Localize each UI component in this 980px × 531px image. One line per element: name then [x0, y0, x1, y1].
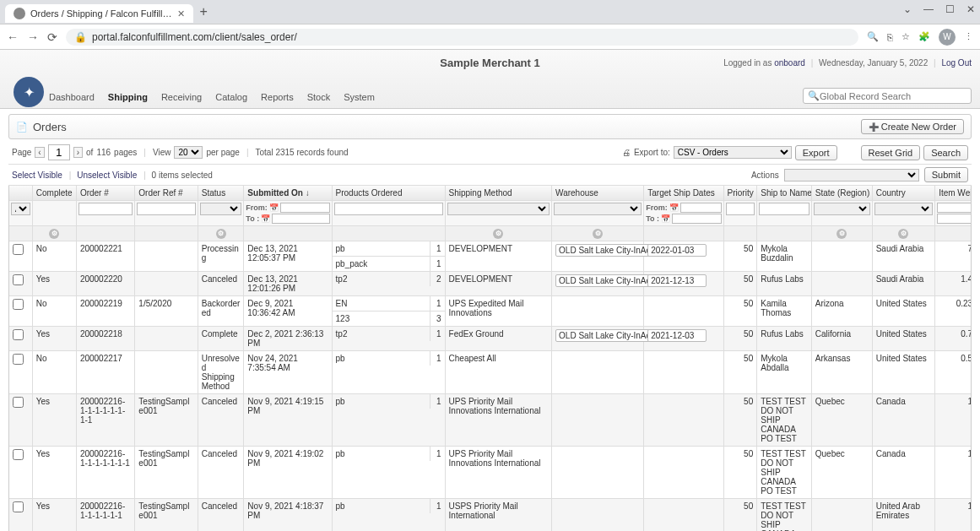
row-checkbox[interactable] — [13, 329, 24, 340]
table-row[interactable]: Yes200002216-1-1-1-1-1-1TestingSample001… — [9, 499, 972, 532]
menu-icon[interactable]: ⋮ — [964, 31, 973, 42]
table-row[interactable]: Yes200002220CanceledDec 13, 2021 12:01:2… — [9, 272, 972, 296]
col-target-ship[interactable]: Target Ship Dates — [644, 186, 723, 201]
filter-warehouse[interactable] — [554, 203, 642, 215]
search-button[interactable]: Search — [923, 145, 968, 160]
filter-order-ref[interactable] — [137, 203, 195, 215]
filter-submitted-to[interactable] — [272, 214, 329, 224]
reload-icon[interactable]: ⟳ — [47, 30, 57, 44]
global-search-input[interactable] — [820, 91, 966, 101]
row-checkbox[interactable] — [13, 501, 24, 512]
row-checkbox[interactable] — [13, 354, 24, 365]
chevron-down-icon[interactable]: ⌄ — [903, 3, 912, 15]
target-date-input[interactable]: 2021-12-13 — [647, 274, 707, 287]
merchant-title: Sample Merchant 1 — [0, 57, 980, 69]
gear-icon[interactable]: ⚙ — [837, 229, 847, 239]
minimize-icon[interactable]: — — [923, 3, 934, 15]
page-size-select[interactable]: 20 — [174, 146, 203, 159]
row-checkbox[interactable] — [13, 397, 24, 408]
col-priority[interactable]: Priority — [723, 186, 757, 201]
export-format-select[interactable]: CSV - Orders — [674, 146, 792, 159]
filter-products[interactable] — [334, 203, 443, 215]
table-row[interactable]: Yes200002216-1-1-1-1-1-1-1-1TestingSampl… — [9, 394, 972, 447]
gear-icon[interactable]: ⚙ — [593, 229, 603, 239]
brand-logo-icon[interactable]: ✦ — [14, 77, 44, 107]
col-checkbox[interactable] — [9, 186, 32, 201]
gear-icon[interactable]: ⚙ — [898, 229, 908, 239]
nav-shipping[interactable]: Shipping — [108, 90, 148, 104]
col-shipping[interactable]: Shipping Method — [445, 186, 552, 201]
unselect-visible-link[interactable]: Unselect Visible — [77, 171, 137, 180]
col-order-num[interactable]: Order # — [76, 186, 134, 201]
col-complete[interactable]: Complete — [32, 186, 76, 201]
forward-icon[interactable]: → — [27, 30, 39, 44]
filter-country[interactable] — [874, 203, 933, 215]
filter-shipping[interactable] — [447, 203, 550, 215]
bookmark-icon[interactable]: ☆ — [901, 31, 910, 42]
table-row[interactable]: Yes200002218CompleteDec 2, 2021 2:36:13 … — [9, 327, 972, 351]
filter-order-num[interactable] — [79, 203, 133, 215]
row-checkbox[interactable] — [13, 299, 24, 310]
table-row[interactable]: No2000022191/5/2020BackorderedDec 9, 202… — [9, 296, 972, 327]
table-row[interactable]: No200002217Unresolved Shipping MethodNov… — [9, 351, 972, 394]
export-icon: 🖨 — [622, 148, 631, 157]
reset-grid-button[interactable]: Reset Grid — [861, 145, 921, 160]
nav-receiving[interactable]: Receiving — [161, 90, 202, 104]
col-weight[interactable]: Item Weight — [935, 186, 972, 201]
prev-page-button[interactable]: ‹ — [35, 147, 44, 158]
col-country[interactable]: Country — [872, 186, 934, 201]
target-date-input[interactable]: 2021-12-03 — [647, 329, 707, 342]
zoom-icon[interactable]: 🔍 — [867, 31, 879, 42]
col-submitted-on[interactable]: Submitted On ↓ — [244, 186, 332, 201]
gear-icon[interactable]: ⚙ — [216, 229, 226, 239]
tab-close-icon[interactable]: ✕ — [177, 8, 185, 19]
create-order-button[interactable]: Create New Order — [861, 119, 964, 134]
global-search[interactable]: 🔍 — [803, 88, 972, 104]
col-products[interactable]: Products Ordered — [332, 186, 445, 201]
nav-reports[interactable]: Reports — [261, 90, 294, 104]
col-warehouse[interactable]: Warehouse — [552, 186, 644, 201]
nav-dashboard[interactable]: Dashboard — [49, 90, 95, 104]
close-icon[interactable]: ✕ — [966, 3, 975, 15]
filter-target-to[interactable] — [672, 214, 721, 224]
table-row[interactable]: No200002221ProcessingDec 13, 2021 12:05:… — [9, 241, 972, 272]
back-icon[interactable]: ← — [7, 30, 19, 44]
window-controls: ⌄ — ☐ ✕ — [903, 3, 975, 15]
page-input[interactable] — [48, 144, 70, 160]
submit-button[interactable]: Submit — [924, 167, 968, 182]
filter-priority[interactable] — [726, 203, 755, 215]
filter-weight-to[interactable] — [937, 214, 972, 224]
bulk-actions-select[interactable] — [784, 169, 919, 182]
filter-submitted-from[interactable] — [280, 203, 330, 213]
next-page-button[interactable]: › — [73, 147, 83, 158]
row-checkbox[interactable] — [13, 274, 24, 285]
filter-weight-from[interactable] — [937, 203, 972, 213]
browser-tab[interactable]: Orders / Shipping / Falcon Fulfill… ✕ — [5, 4, 193, 23]
col-state[interactable]: State (Region) — [811, 186, 872, 201]
export-button[interactable]: Export — [795, 145, 837, 160]
extensions-icon[interactable]: 🧩 — [918, 31, 930, 42]
filter-any[interactable]: Any — [11, 203, 30, 215]
filter-target-from[interactable] — [680, 203, 722, 213]
gear-icon[interactable]: ⚙ — [49, 229, 59, 239]
nav-catalog[interactable]: Catalog — [215, 90, 247, 104]
address-bar[interactable]: 🔒 portal.falconfulfillment.com/client/sa… — [66, 29, 858, 46]
profile-avatar[interactable]: W — [939, 29, 956, 46]
filter-state[interactable] — [814, 203, 870, 215]
target-date-input[interactable]: 2022-01-03 — [647, 244, 707, 257]
maximize-icon[interactable]: ☐ — [945, 3, 955, 15]
row-checkbox[interactable] — [13, 244, 24, 255]
col-ship-to[interactable]: Ship to Name — [757, 186, 812, 201]
new-tab-button[interactable]: + — [200, 4, 208, 19]
translate-icon[interactable]: ⎘ — [887, 32, 893, 42]
table-row[interactable]: Yes200002216-1-1-1-1-1-1-1TestingSample0… — [9, 447, 972, 499]
filter-status[interactable] — [200, 203, 242, 215]
gear-icon[interactable]: ⚙ — [493, 229, 503, 239]
select-visible-link[interactable]: Select Visible — [12, 171, 62, 180]
nav-system[interactable]: System — [344, 90, 375, 104]
filter-shipto[interactable] — [759, 203, 809, 215]
row-checkbox[interactable] — [13, 449, 24, 460]
col-order-ref[interactable]: Order Ref # — [135, 186, 198, 201]
col-status[interactable]: Status — [198, 186, 244, 201]
nav-stock[interactable]: Stock — [307, 90, 331, 104]
